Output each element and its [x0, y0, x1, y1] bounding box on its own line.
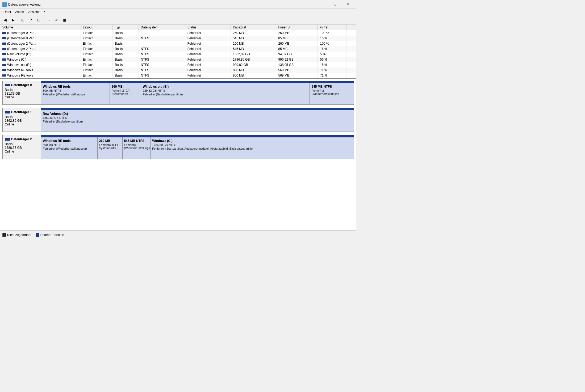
- disk-1-type: Basis: [5, 115, 39, 119]
- table-row[interactable]: (Datenträger 2 Par...EinfachBasisFehlerf…: [0, 41, 356, 46]
- disk-0-part-0-line2: 800 MB NTFS: [43, 89, 108, 92]
- disk-2-part-0-name: Windows RE tools: [43, 139, 95, 143]
- disk-2-part-3-line2: 1786,80 GB NTFS: [152, 143, 352, 146]
- disk-0-part-1-line3: Fehlerfrei (EFI-Systempartit: [112, 89, 139, 95]
- disk-1-name: Datenträger 1: [5, 110, 39, 114]
- table-row[interactable]: (Datenträger 0 Par...EinfachBasisNTFSFeh…: [0, 36, 356, 41]
- table-row[interactable]: Windows old (E:)EinfachBasisNTFSFehlerfr…: [0, 62, 356, 68]
- disk-1-status: Online: [5, 123, 39, 126]
- properties-button[interactable]: ⊞: [19, 16, 27, 24]
- disk-label-2: Datenträger 2 Basis 1788,37 GB Online: [3, 135, 41, 159]
- disk-0-part-3-name: 545 MB NTFS: [312, 85, 352, 88]
- col-volume: Volume: [0, 25, 81, 30]
- legend: Nicht zugeordnet Primäre Partition: [0, 230, 356, 239]
- toolbar-separator-2: [44, 17, 44, 23]
- maximize-button[interactable]: □: [329, 1, 341, 8]
- disk-button[interactable]: ⊡: [35, 16, 43, 24]
- disk-2-icon: [5, 138, 10, 141]
- disk-2-part-0[interactable]: Windows RE tools 800 MB NTFS Fehlerfrei …: [41, 137, 98, 159]
- disk-0-status: Online: [5, 95, 39, 99]
- disk-0-part-2-name: Windows old (E:): [143, 85, 308, 88]
- col-status: Status: [185, 25, 231, 30]
- grid-button[interactable]: ▦: [61, 16, 68, 24]
- disk-2-part-1-name: 260 MB: [99, 139, 120, 143]
- disk-0-bar: [41, 81, 354, 83]
- legend-unassigned-label: Nicht zugeordnet: [7, 233, 31, 237]
- disk-0-part-2-line2: 929,82 GB NTFS: [143, 89, 308, 92]
- volume-icon: [2, 64, 6, 66]
- disk-1-icon: [5, 111, 10, 113]
- volume-icon: [2, 48, 6, 50]
- legend-unassigned: Nicht zugeordnet: [2, 233, 31, 237]
- table-row[interactable]: (Datenträger 0 Par...EinfachBasisFehlerf…: [0, 30, 356, 36]
- disk-1-part-0-line3: Fehlerfrei (Basisdatenpartition): [43, 120, 352, 123]
- disk-0-part-0[interactable]: Windows RE tools 800 MB NTFS Fehlerfrei …: [41, 83, 110, 104]
- disk-1-size: 1862,89 GB: [5, 119, 39, 123]
- col-typ: Typ: [112, 25, 139, 30]
- toolbar: ◀ ▶ ⊞ ? ⊡ → ✔ ▦: [0, 15, 356, 25]
- disk-2-part-2[interactable]: 545 MB NTFS Fehlerfrei (Wiederherstellun…: [123, 137, 151, 159]
- col-fs: Dateisystem: [139, 25, 185, 30]
- table-body: (Datenträger 0 Par...EinfachBasisFehlerf…: [0, 30, 356, 78]
- disk-2-part-3-line3: Fehlerfrei (Startpartition, Auslagerungs…: [152, 147, 352, 150]
- menu-ansicht[interactable]: Ansicht: [26, 10, 41, 14]
- close-button[interactable]: ✕: [342, 1, 354, 8]
- disk-0-icon: [5, 84, 10, 86]
- titlebar: Datenträgerverwaltung — □ ✕: [0, 0, 356, 9]
- disk-2-part-1[interactable]: 260 MB Fehlerfrei (EFI-Systempartiti: [98, 137, 123, 159]
- menu-aktion[interactable]: Aktion: [13, 10, 26, 14]
- help-button[interactable]: ?: [27, 16, 35, 24]
- disk-0-part-0-line3: Fehlerfrei (Wiederherstellungspa: [43, 93, 108, 96]
- col-extra: [346, 25, 356, 30]
- disk-2-size: 1788,37 GB: [5, 146, 39, 150]
- check-button[interactable]: ✔: [53, 16, 60, 24]
- legend-primary-label: Primäre Partition: [40, 233, 64, 237]
- volume-icon: [2, 43, 6, 45]
- disk-2-name: Datenträger 2: [5, 137, 39, 141]
- disk-row-2: Datenträger 2 Basis 1788,37 GB Online Wi…: [2, 135, 354, 159]
- app-icon: [2, 2, 7, 7]
- disk-0-part-0-name: Windows RE tools: [43, 85, 108, 88]
- menu-datei[interactable]: Datei: [1, 10, 13, 14]
- volume-icon: [2, 32, 6, 34]
- volume-icon: [2, 53, 6, 55]
- table-header-row: Volume Layout Typ Dateisystem Status Kap…: [0, 25, 356, 30]
- window-title: Datenträgerverwaltung: [8, 3, 317, 6]
- table-row[interactable]: Windows RE toolsEinfachBasisNTFSFehlerfr…: [0, 73, 356, 78]
- disk-2-part-3[interactable]: Windows (C:) 1786,80 GB NTFS Fehlerfrei …: [151, 137, 354, 159]
- back-button[interactable]: ◀: [1, 16, 9, 24]
- disk-2-part-2-line3: Fehlerfrei (Wiederherstellungsp: [124, 143, 149, 150]
- disk-0-partitions: Windows RE tools 800 MB NTFS Fehlerfrei …: [41, 81, 354, 104]
- col-pct: % frei: [318, 25, 346, 30]
- disk-1-part-0[interactable]: New Volume (D:) 1862,89 GB NTFS Fehlerfr…: [41, 110, 354, 132]
- action-button[interactable]: →: [45, 16, 52, 24]
- minimize-button[interactable]: —: [317, 1, 329, 8]
- menu-help[interactable]: ?: [41, 10, 47, 14]
- disk-0-size: 931,39 GB: [5, 92, 39, 95]
- disk-1-bar: [41, 108, 354, 110]
- disk-0-part-2-line3: Fehlerfrei (Basisdatenpartition): [143, 93, 308, 96]
- disk-0-part-2[interactable]: Windows old (E:) 929,82 GB NTFS Fehlerfr…: [141, 83, 310, 104]
- volume-table-area: Volume Layout Typ Dateisystem Status Kap…: [0, 25, 356, 79]
- disk-2-part-2-name: 545 MB NTFS: [124, 139, 149, 143]
- disk-0-part-1[interactable]: 260 MB Fehlerfrei (EFI-Systempartit: [110, 83, 141, 104]
- table-row[interactable]: Windows (C:)EinfachBasisNTFSFehlerfrei .…: [0, 57, 356, 62]
- col-free: Freier S...: [276, 25, 318, 30]
- table-row[interactable]: New Volume (D:)EinfachBasisNTFSFehlerfre…: [0, 52, 356, 57]
- main-window: Datenträgerverwaltung — □ ✕ Datei Aktion…: [0, 0, 356, 239]
- disk-2-status: Online: [5, 150, 39, 153]
- disk-label-0: Datenträger 0 Basis 931,39 GB Online: [3, 81, 41, 104]
- volume-table: Volume Layout Typ Dateisystem Status Kap…: [0, 25, 356, 78]
- legend-unassigned-box: [2, 233, 6, 237]
- volume-icon: [2, 58, 6, 61]
- volume-icon: [2, 37, 6, 39]
- disk-0-part-3[interactable]: 545 MB NTFS Fehlerfrei (Wiederherstellun…: [310, 83, 354, 104]
- table-row[interactable]: (Datenträger 2 Par...EinfachBasisNTFSFeh…: [0, 46, 356, 52]
- forward-button[interactable]: ▶: [9, 16, 17, 24]
- toolbar-separator-1: [18, 17, 18, 23]
- disk-0-part-3-line3: Fehlerfrei (Wiederherstellungsp: [312, 89, 352, 95]
- table-row[interactable]: Windows RE toolsEinfachBasisNTFSFehlerfr…: [0, 68, 356, 73]
- disk-0-part-1-name: 260 MB: [112, 85, 139, 88]
- titlebar-buttons: — □ ✕: [317, 1, 354, 8]
- col-capacity: Kapazität: [231, 25, 276, 30]
